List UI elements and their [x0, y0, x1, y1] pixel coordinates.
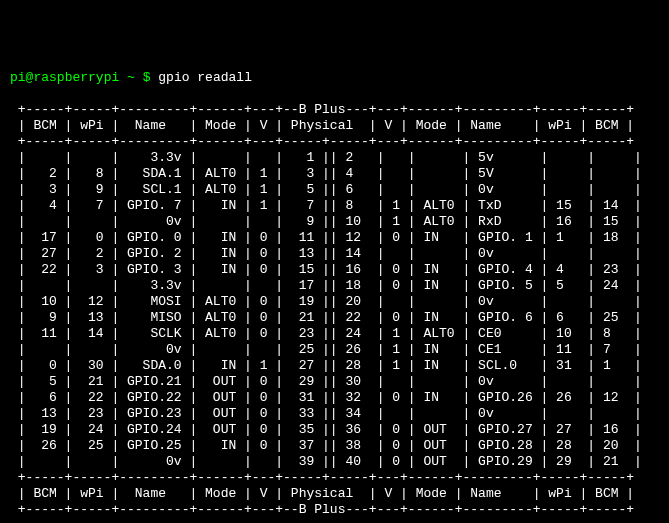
prompt-cwd: ~	[127, 70, 135, 85]
prompt-symbol: $	[143, 70, 151, 85]
gpio-table: +-----+-----+---------+------+---+--B Pl…	[10, 102, 642, 517]
prompt-host: raspberrypi	[33, 70, 119, 85]
prompt-line-1: pi@raspberrypi ~ $ gpio readall	[10, 70, 659, 86]
command-text: gpio readall	[158, 70, 252, 85]
prompt-user: pi	[10, 70, 26, 85]
